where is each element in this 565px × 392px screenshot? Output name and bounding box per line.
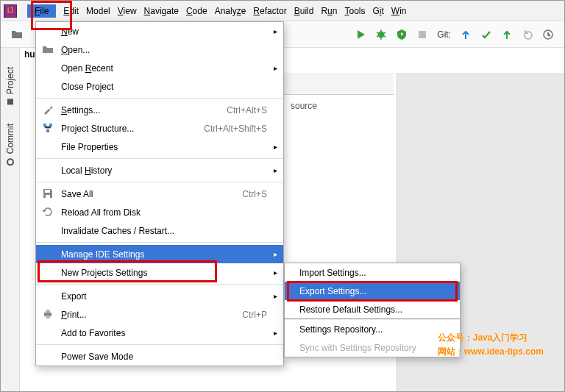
tool-window-commit[interactable]: Commit (5, 124, 15, 165)
folder-icon (11, 29, 23, 40)
menu-item-local-history[interactable]: Local History▸ (36, 161, 283, 179)
svg-point-0 (378, 31, 385, 38)
debug-icon[interactable] (375, 29, 387, 40)
svg-rect-1 (419, 31, 426, 38)
tool-window-project[interactable]: Project (5, 67, 15, 104)
menu-git[interactable]: Git (372, 6, 383, 16)
svg-rect-9 (46, 195, 50, 198)
menu-build[interactable]: Build (294, 6, 314, 16)
git-update-icon[interactable] (460, 29, 472, 40)
menu-item-power-save[interactable]: Power Save Mode (36, 347, 283, 366)
svg-rect-8 (45, 190, 50, 193)
git-history-icon[interactable] (522, 29, 533, 40)
manage-ide-settings-submenu: Import Settings... Export Settings... Re… (284, 263, 461, 357)
menu-item-new[interactable]: New▸ (36, 22, 283, 40)
menu-item-reload[interactable]: Reload All from Disk (36, 203, 283, 221)
editor-source-text: source (291, 101, 317, 111)
coverage-icon[interactable] (396, 29, 408, 40)
git-label: Git: (437, 29, 451, 40)
submenu-settings-repository[interactable]: Settings Repository... (285, 320, 460, 338)
structure-icon (42, 122, 54, 134)
svg-rect-7 (46, 129, 49, 132)
svg-rect-11 (46, 310, 50, 313)
svg-rect-5 (43, 124, 46, 126)
menu-item-open[interactable]: Open... (36, 40, 283, 59)
menu-view[interactable]: View (118, 6, 137, 16)
menu-model[interactable]: Model (86, 6, 110, 16)
menu-run[interactable]: Run (321, 6, 337, 16)
app-icon: IJ (4, 4, 17, 18)
submenu-restore-default[interactable]: Restore Default Settings... (285, 300, 460, 318)
svg-rect-12 (46, 316, 50, 318)
menu-edit[interactable]: Edit (63, 6, 79, 16)
menu-item-print[interactable]: Print...Ctrl+P (36, 305, 283, 324)
menu-item-settings[interactable]: Settings...Ctrl+Alt+S (36, 101, 283, 119)
git-push-icon[interactable] (501, 29, 513, 40)
submenu-import-settings[interactable]: Import Settings... (285, 263, 460, 282)
menu-code[interactable]: Code (186, 6, 207, 16)
menu-refactor[interactable]: Refactor (253, 6, 286, 16)
menu-item-file-properties[interactable]: File Properties▸ (36, 138, 283, 156)
menu-navigate[interactable]: Navigate (144, 6, 179, 16)
menu-item-invalidate-caches[interactable]: Invalidate Caches / Restart... (36, 221, 283, 240)
menu-item-new-projects-settings[interactable]: New Projects Settings▸ (36, 263, 283, 282)
run-icon[interactable] (355, 29, 366, 40)
reload-icon (42, 206, 54, 218)
submenu-sync-repository: Sync with Settings Repository (285, 338, 460, 357)
menu-item-manage-ide-settings[interactable]: Manage IDE Settings▸ (36, 245, 283, 263)
breadcrumb: hu (24, 49, 35, 60)
watermark: 公众号：Java入门学习 网站：www.idea-tips.com (438, 331, 544, 359)
menu-analyze[interactable]: Analyze (215, 6, 246, 16)
git-commit-icon[interactable] (480, 29, 492, 40)
save-icon (42, 188, 54, 199)
wrench-icon (42, 104, 54, 115)
print-icon (42, 308, 54, 320)
submenu-export-settings[interactable]: Export Settings... (285, 282, 460, 300)
menu-item-add-favorites[interactable]: Add to Favorites▸ (36, 324, 283, 342)
menu-file[interactable]: File (27, 4, 56, 18)
stop-icon[interactable] (416, 29, 428, 40)
menu-item-save-all[interactable]: Save AllCtrl+S (36, 185, 283, 203)
left-gutter: Project Commit (1, 48, 20, 392)
menu-item-export[interactable]: Export▸ (36, 287, 283, 305)
folder-open-icon (42, 43, 54, 55)
menu-tools[interactable]: Tools (344, 6, 365, 16)
file-menu: New▸ Open... Open Recent▸ Close Project … (35, 21, 284, 366)
menu-item-project-structure[interactable]: Project Structure...Ctrl+Alt+Shift+S (36, 119, 283, 138)
svg-rect-6 (49, 124, 52, 126)
menu-item-close-project[interactable]: Close Project (36, 77, 283, 96)
menubar: IJ File Edit Model View Navigate Code An… (1, 1, 564, 21)
menu-item-open-recent[interactable]: Open Recent▸ (36, 59, 283, 77)
menu-window[interactable]: Win (391, 6, 407, 16)
rollback-icon[interactable] (542, 29, 554, 40)
